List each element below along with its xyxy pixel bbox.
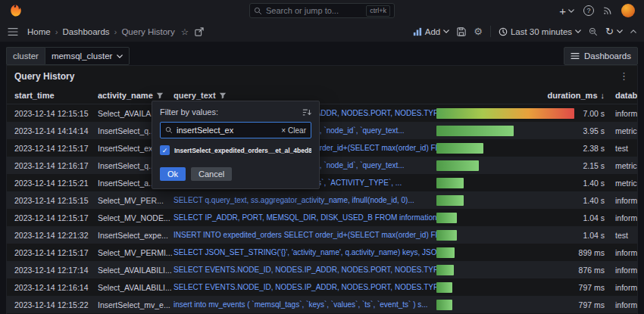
collapse-toolbar-button[interactable]: [630, 30, 636, 33]
check-icon: ✓: [162, 147, 168, 154]
query-text-link[interactable]: SELECT JSON_SET_STRING('{}', 'activity_n…: [174, 248, 436, 256]
cancel-button[interactable]: Cancel: [191, 167, 232, 181]
mega-menu-button[interactable]: [8, 27, 18, 36]
grafana-logo-icon[interactable]: [9, 4, 23, 17]
duration-value: 3.95 s: [574, 126, 609, 135]
cell-start-time: 2023-12-14 12:16:17: [14, 161, 98, 170]
search-icon: [165, 126, 173, 134]
chevron-down-icon: [617, 30, 623, 33]
duration-bar: [436, 265, 454, 275]
filter-icon[interactable]: [219, 92, 227, 99]
breadcrumb-dashboards[interactable]: Dashboards: [63, 27, 110, 36]
column-header-activity-name[interactable]: activity_name: [98, 91, 174, 100]
duration-value: 899 ms: [574, 248, 609, 257]
bar-chart-icon: [413, 27, 422, 36]
filter-option[interactable]: ✓ InsertSelect_expedited_orders__et_al_4…: [160, 145, 311, 155]
zoom-out-button[interactable]: [589, 27, 598, 36]
query-text-link[interactable]: SELECT EVENTS.NODE_ID, NODES.IP_ADDR, NO…: [174, 266, 436, 274]
query-text-link[interactable]: INSERT INTO expedited_orders SELECT orde…: [174, 231, 436, 239]
cell-start-time: 2023-12-14 12:15:15: [14, 196, 98, 205]
column-label: duration_ms: [547, 91, 597, 100]
filter-icon[interactable]: [156, 92, 164, 99]
table-row: 2023-12-14 14:14:14 InsertSelect_q... in…: [7, 122, 637, 139]
duration-bar: [436, 108, 574, 119]
refresh-icon: ↻: [605, 26, 614, 37]
query-text-link[interactable]: SELECT EVENTS.NODE_ID, NODES.IP_ADDR, NO…: [174, 283, 436, 291]
cell-database-name: metrics: [609, 161, 637, 170]
column-header-database-name[interactable]: database_name: [609, 91, 637, 100]
query-text-link[interactable]: SELECT q.query_text, ss.aggregator_activ…: [174, 196, 436, 204]
add-panel-button[interactable]: Add: [413, 27, 449, 36]
cell-duration: 1.04 s: [436, 230, 609, 241]
cell-duration: 1.04 s: [436, 213, 609, 223]
clear-label: Clear: [288, 126, 306, 135]
sort-options-icon[interactable]: [302, 108, 311, 117]
star-icon: ☆: [181, 26, 189, 37]
search-icon: [254, 7, 262, 15]
cell-database-name: metrics: [609, 126, 637, 135]
breadcrumb-home[interactable]: Home: [27, 27, 51, 36]
cluster-variable-picker[interactable]: cluster memsql_cluster: [6, 47, 130, 65]
column-header-query-text[interactable]: query_text: [174, 91, 436, 100]
cell-database-name: information_schema: [609, 213, 637, 222]
chevron-down-icon: [575, 30, 581, 33]
filter-option-label: InsertSelect_expedited_orders__et_al_4be…: [174, 147, 311, 154]
cell-duration: 1.40 s: [436, 195, 609, 206]
cell-duration: 876 ms: [436, 265, 609, 275]
cell-duration: 797 ms: [436, 300, 609, 310]
help-button[interactable]: ?: [583, 5, 594, 16]
panel-header: Query History ⋮: [7, 66, 637, 86]
close-icon: ×: [281, 126, 286, 135]
duration-value: 7.00 s: [574, 109, 609, 118]
table-row: 2023-12-14 12:15:15 Select_AVAILA... SEL…: [7, 104, 637, 122]
news-button[interactable]: [603, 6, 612, 15]
cluster-variable-value: memsql_cluster: [52, 51, 113, 61]
dashboard-toolbar: Home › Dashboards › Query History ☆ Add: [0, 21, 644, 42]
query-text-link[interactable]: insert into mv_events ( `memsql_tags`, `…: [174, 300, 436, 309]
table-row: 2023-12-14 12:21:32 InsertSelect_expe...…: [7, 226, 637, 244]
ok-button[interactable]: Ok: [160, 167, 186, 181]
chevron-down-icon: [568, 9, 574, 13]
cell-database-name: information_schema: [609, 266, 637, 275]
checkbox-checked[interactable]: ✓: [160, 145, 170, 155]
cell-duration: 3.95 s: [436, 126, 609, 136]
cluster-variable-label: cluster: [6, 47, 45, 65]
dashboards-link-button[interactable]: Dashboards: [564, 47, 638, 65]
share-icon: [195, 27, 204, 36]
refresh-button[interactable]: ↻: [605, 26, 623, 37]
filter-search-box: × Clear: [160, 122, 311, 138]
dashboard-settings-button[interactable]: ⚙: [474, 26, 483, 37]
duration-bar: [436, 195, 464, 206]
save-dashboard-button[interactable]: [457, 27, 466, 36]
top-nav: Search or jump to... ctrl+k + ?: [0, 0, 644, 21]
query-text-link[interactable]: SELECT IP_ADDR, PORT, MEMSQL_DIR, DISK_U…: [174, 213, 436, 222]
favorite-button[interactable]: ☆: [181, 26, 189, 37]
duration-value: 797 ms: [574, 300, 609, 309]
filter-search-input[interactable]: [177, 126, 277, 135]
cell-start-time: 2023-12-14 12:17:14: [14, 266, 98, 275]
duration-bar-track: [436, 143, 574, 154]
duration-bar-track: [436, 195, 574, 206]
column-header-start-time[interactable]: start_time: [14, 91, 98, 100]
cell-start-time: 2023-12-14 12:16:14: [14, 283, 98, 292]
column-header-duration-ms[interactable]: duration_ms ↓: [436, 91, 609, 100]
time-range-label: Last 30 minutes: [511, 27, 572, 36]
table-row: 2023-12-14 12:17:14 Select_AVAILABILI...…: [7, 261, 637, 278]
column-label: start_time: [14, 91, 55, 100]
duration-bar: [436, 213, 457, 223]
user-avatar[interactable]: [621, 4, 635, 17]
help-icon: ?: [586, 7, 590, 14]
filter-values-popup: Filter by values: × Clear ✓ InsertSelect…: [152, 101, 320, 189]
plus-icon: +: [559, 5, 566, 17]
hamburger-icon: [8, 27, 18, 36]
chevron-up-icon: [630, 30, 636, 33]
share-button[interactable]: [195, 27, 204, 36]
table-row: 2023-12-14 12:15:17 InsertSelect_ex... I…: [7, 139, 637, 157]
panel-menu-button[interactable]: ⋮: [619, 70, 630, 82]
search-input[interactable]: Search or jump to... ctrl+k: [249, 3, 395, 18]
clear-filter-button[interactable]: × Clear: [281, 126, 306, 135]
time-range-picker[interactable]: Last 30 minutes: [499, 27, 581, 36]
new-menu-button[interactable]: +: [559, 5, 574, 17]
cell-activity-name: Select_MV_PER...: [98, 196, 174, 205]
duration-bar: [436, 282, 452, 293]
